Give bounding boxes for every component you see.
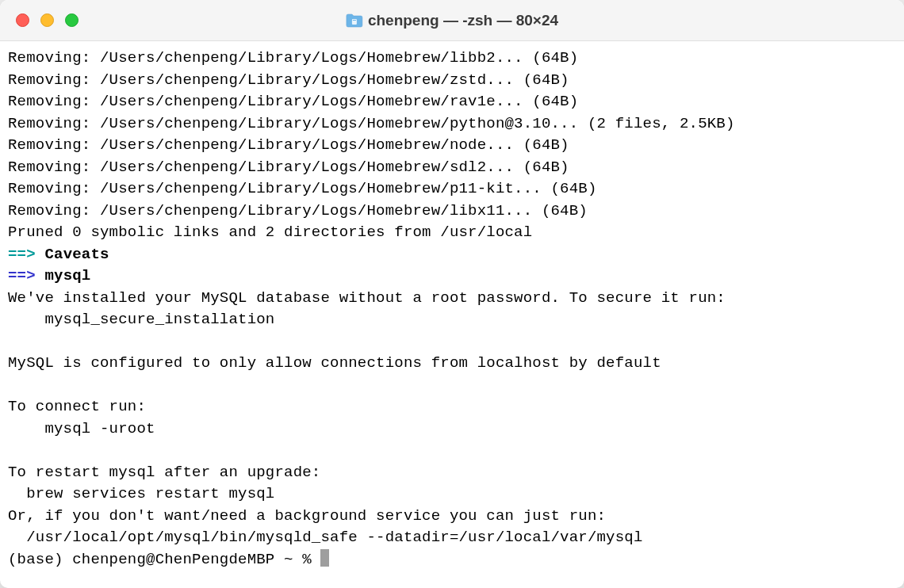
output-line: To restart mysql after an upgrade:	[8, 464, 320, 481]
output-line: Removing: /Users/chenpeng/Library/Logs/H…	[8, 115, 735, 132]
output-line: Removing: /Users/chenpeng/Library/Logs/H…	[8, 93, 578, 110]
folder-icon	[346, 13, 363, 28]
window-title: chenpeng — -zsh — 80×24	[368, 12, 558, 29]
output-line: Pruned 0 symbolic links and 2 directorie…	[8, 223, 532, 241]
output-line: Removing: /Users/chenpeng/Library/Logs/H…	[8, 180, 597, 197]
section-arrow-icon: ==>	[8, 246, 36, 263]
output-line: Removing: /Users/chenpeng/Library/Logs/H…	[8, 202, 588, 220]
mysql-heading: mysql	[44, 267, 90, 284]
output-line: Removing: /Users/chenpeng/Library/Logs/H…	[8, 158, 569, 176]
output-line: Removing: /Users/chenpeng/Library/Logs/H…	[8, 71, 569, 89]
titlebar: chenpeng — -zsh — 80×24	[0, 0, 904, 41]
output-line: Removing: /Users/chenpeng/Library/Logs/H…	[8, 136, 569, 154]
output-line: mysql -uroot	[8, 420, 155, 437]
terminal-window: chenpeng — -zsh — 80×24 Removing: /Users…	[0, 0, 904, 588]
cursor	[320, 549, 329, 567]
shell-prompt: (base) chenpeng@ChenPengdeMBP ~ %	[8, 551, 320, 568]
output-line: brew services restart mysql	[8, 485, 274, 502]
output-line: MySQL is configured to only allow connec…	[8, 354, 661, 372]
output-line: We've installed your MySQL database with…	[8, 289, 726, 307]
section-arrow-icon: ==>	[8, 267, 36, 284]
output-line: mysql_secure_installation	[8, 311, 274, 328]
close-button[interactable]	[16, 13, 29, 27]
traffic-lights	[0, 13, 79, 27]
output-line: Removing: /Users/chenpeng/Library/Logs/H…	[8, 49, 578, 67]
title-container: chenpeng — -zsh — 80×24	[346, 12, 558, 29]
minimize-button[interactable]	[40, 13, 54, 27]
terminal-body[interactable]: Removing: /Users/chenpeng/Library/Logs/H…	[0, 41, 904, 588]
output-line: To connect run:	[8, 398, 146, 415]
maximize-button[interactable]	[65, 13, 79, 27]
output-line: Or, if you don't want/need a background …	[8, 507, 606, 525]
svg-rect-1	[353, 20, 356, 21]
caveats-heading: Caveats	[44, 246, 109, 263]
output-line: /usr/local/opt/mysql/bin/mysqld_safe --d…	[8, 529, 643, 546]
